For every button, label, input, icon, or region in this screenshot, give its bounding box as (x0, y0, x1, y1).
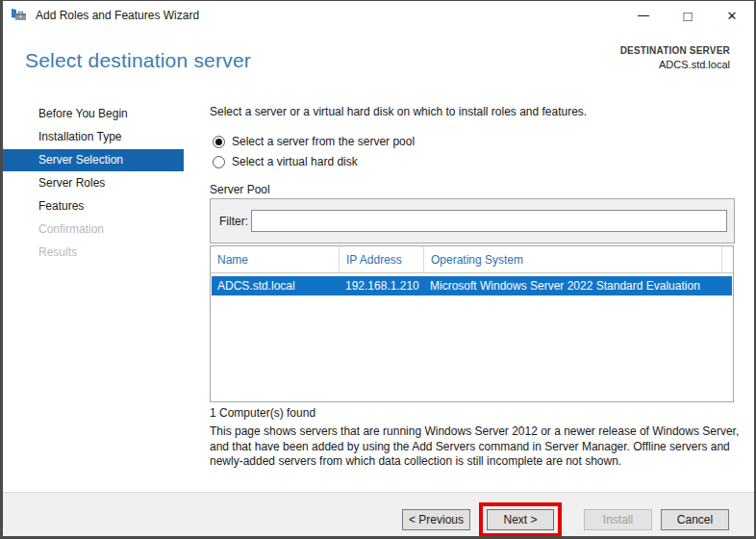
cell-ip-address: 192.168.1.210 (340, 276, 424, 295)
page-title: Select destination server (25, 49, 251, 72)
install-button: Install (584, 509, 652, 530)
filter-input[interactable] (251, 210, 727, 232)
radio-vhd-label: Select a virtual hard disk (232, 155, 358, 168)
radio-server-pool-label: Select a server from the server pool (232, 135, 415, 148)
minimize-icon[interactable]: — (621, 1, 666, 30)
sidebar-item-results: Results (3, 241, 186, 264)
server-pool-table: Name IP Address Operating System ADCS.st… (210, 245, 734, 402)
destination-server-value: ADCS.std.local (620, 59, 730, 70)
sidebar-item-installation-type[interactable]: Installation Type (3, 125, 186, 148)
column-header-operating-system[interactable]: Operating System (424, 246, 722, 273)
footer-bar: < Previous Next > Install Cancel (3, 492, 754, 536)
next-button[interactable]: Next > (487, 509, 554, 530)
sidebar-item-confirmation: Confirmation (3, 218, 186, 241)
close-icon[interactable]: ✕ (710, 1, 754, 30)
cancel-button[interactable]: Cancel (661, 509, 729, 530)
sidebar-item-features[interactable]: Features (3, 194, 186, 218)
column-header-name[interactable]: Name (211, 246, 340, 273)
table-row-adcs[interactable]: ADCS.std.local 192.168.1.210 Microsoft W… (212, 276, 732, 295)
maximize-icon[interactable]: □ (666, 1, 710, 30)
page-description: This page shows servers that are running… (210, 424, 748, 470)
radio-selected-icon[interactable] (213, 136, 225, 148)
radio-unselected-icon[interactable] (213, 156, 225, 168)
sidebar-item-before-you-begin[interactable]: Before You Begin (3, 102, 186, 125)
wizard-steps-sidebar: Before You Begin Installation Type Serve… (3, 102, 186, 264)
table-header-row: Name IP Address Operating System (211, 246, 733, 273)
page-header: Select destination server DESTINATION SE… (3, 30, 754, 102)
destination-server-label: DESTINATION SERVER (620, 45, 730, 56)
cell-operating-system: Microsoft Windows Server 2022 Standard E… (424, 276, 730, 295)
radio-select-server-pool[interactable]: Select a server from the server pool (213, 135, 415, 148)
cell-server-name: ADCS.std.local (212, 276, 340, 295)
destination-server-block: DESTINATION SERVER ADCS.std.local (620, 45, 730, 70)
filter-label: Filter: (219, 215, 248, 228)
title-bar: Add Roles and Features Wizard — □ ✕ (3, 1, 754, 30)
computers-found-count: 1 Computer(s) found (210, 406, 315, 420)
server-pool-title: Server Pool (210, 183, 270, 196)
sidebar-item-server-selection[interactable]: Server Selection (3, 149, 184, 171)
previous-button[interactable]: < Previous (402, 509, 470, 530)
window-title: Add Roles and Features Wizard (36, 9, 199, 22)
wizard-app-icon (11, 8, 27, 23)
window-controls: — □ ✕ (621, 1, 754, 30)
filter-panel: Filter: (210, 198, 735, 244)
wizard-window: Add Roles and Features Wizard — □ ✕ Sele… (0, 0, 756, 539)
instruction-text: Select a server or a virtual hard disk o… (210, 105, 748, 118)
sidebar-item-server-roles[interactable]: Server Roles (3, 171, 186, 194)
radio-select-vhd[interactable]: Select a virtual hard disk (213, 155, 358, 168)
column-header-ip-address[interactable]: IP Address (340, 246, 424, 273)
